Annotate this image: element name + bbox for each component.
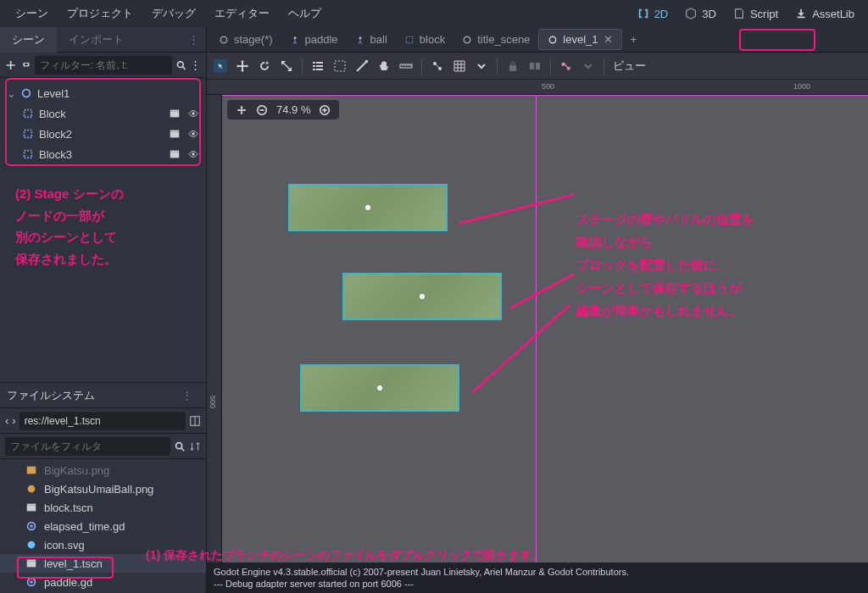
visibility-icon[interactable] [187,128,199,140]
doc-tab-ball[interactable]: ball [347,30,396,49]
svg-rect-19 [27,561,36,567]
viewport-block-2[interactable] [342,273,502,320]
collapse-icon[interactable]: ⌄ [7,87,15,100]
svg-point-27 [550,36,557,43]
view-3d-button[interactable]: 3D [678,4,723,24]
viewport-2d[interactable]: 74.9 % [222,95,868,563]
snap-options-icon[interactable] [475,59,488,73]
center-view-icon[interactable] [236,104,248,116]
fs-file-row[interactable]: elapsed_time.gd [0,517,206,535]
bone-icon[interactable] [559,59,573,73]
area-icon [404,35,415,45]
fs-filter-input[interactable] [5,437,170,456]
zoom-level[interactable]: 74.9 % [276,103,310,116]
link-icon[interactable] [19,59,31,71]
annotation-right: ステージの壁やパドルの位置を 確認しながら ブロックを配置した後に、 シーンとし… [576,208,831,322]
zoom-out-icon[interactable] [256,104,268,116]
viewport-block-1[interactable] [288,184,448,231]
sort-icon[interactable] [189,441,201,452]
svg-rect-25 [406,36,413,43]
node-icon [548,35,558,45]
doc-tab-title-scene[interactable]: title_scene [453,30,538,49]
scene-file-icon [25,557,37,569]
doc-tab-block[interactable]: block [396,30,453,49]
visibility-icon[interactable] [187,108,199,119]
zoom-in-icon[interactable] [319,104,331,116]
pivot-tool-icon[interactable] [355,59,369,73]
svg-point-18 [28,541,36,549]
gdscript-file-icon [25,576,37,588]
doc-tab-stage[interactable]: stage(*) [210,30,281,49]
scene-filter-input[interactable] [35,56,172,75]
svg-point-17 [30,524,33,528]
view-script-button[interactable]: Script [726,4,785,24]
menu-help[interactable]: ヘルプ [280,1,330,26]
menu-editor[interactable]: エディター [206,1,278,26]
ruler-horizontal: 500 1000 [207,80,868,95]
bone-options-icon[interactable] [581,59,595,73]
grid-snap-icon[interactable] [453,59,466,73]
tree-node-block3[interactable]: Block3 [0,144,206,164]
view-menu-label[interactable]: ビュー [613,58,646,74]
lock-icon[interactable] [506,59,520,73]
fs-file-row[interactable]: BigKatsuUmaiBall.png [0,479,206,498]
svg-rect-33 [316,69,323,70]
close-tab-icon[interactable]: ✕ [604,33,613,46]
ruler-tool-icon[interactable] [399,59,413,73]
menu-project[interactable]: プロジェクト [58,1,142,26]
callout-line [459,193,576,224]
fs-path[interactable]: res://level_1.tscn [19,412,186,430]
group-icon[interactable] [528,59,542,73]
scene-more-icon[interactable]: ⋮ [190,58,201,71]
output-panel: Godot Engine v4.3.stable.official (c) 20… [207,563,868,593]
visibility-icon[interactable] [187,148,199,160]
view-2d-button[interactable]: 2D [631,4,676,24]
doc-tab-paddle[interactable]: paddle [281,30,347,49]
scale-tool-icon[interactable] [280,59,293,73]
clapper-icon[interactable] [169,108,181,119]
gdscript-file-icon [25,520,37,532]
scene-file-icon [25,502,37,513]
import-tab[interactable]: インポート [57,27,136,53]
viewport-block-3[interactable] [300,364,459,412]
rotate-tool-icon[interactable] [258,59,271,73]
editor-toolbar: ビュー [207,53,868,80]
menubar: シーン プロジェクト デバッグ エディター ヘルプ 2D 3D Script A… [0,0,868,27]
fs-file-row[interactable]: block.tscn [0,498,206,517]
svg-rect-28 [313,62,315,64]
left-panel: シーン インポート ⋮ ⋮ ⌄ Level1 Block [0,27,207,593]
search-icon[interactable] [174,441,186,452]
lock-tool-icon[interactable] [333,59,347,73]
svg-rect-31 [316,65,323,67]
tree-node-block2[interactable]: Block2 [0,124,206,144]
menu-scene[interactable]: シーン [7,1,57,26]
list-select-icon[interactable] [311,59,325,73]
svg-rect-38 [509,65,516,71]
fs-file-row[interactable]: BigKatsu.png [0,461,206,479]
add-tab-icon[interactable]: + [622,33,646,46]
select-tool-icon[interactable] [214,59,227,73]
svg-point-24 [359,36,361,39]
panel-menu-icon[interactable]: ⋮ [181,33,206,46]
tree-node-block[interactable]: Block [0,103,206,124]
snap-toggle-icon[interactable] [431,59,444,73]
clapper-icon[interactable] [169,148,181,160]
nav-forward-icon[interactable]: › [12,414,15,427]
add-node-icon[interactable] [5,59,16,71]
nav-back-icon[interactable]: ‹ [5,414,8,427]
pan-tool-icon[interactable] [377,59,391,73]
svg-point-0 [177,61,183,67]
split-view-icon[interactable] [189,415,201,427]
doc-tab-level1[interactable]: level_1✕ [538,29,621,50]
scene-tab[interactable]: シーン [0,27,57,53]
instance-icon [22,108,34,119]
search-icon[interactable] [175,59,186,71]
move-tool-icon[interactable] [236,59,249,73]
fs-menu-icon[interactable]: ⋮ [175,389,199,402]
view-assetlib-button[interactable]: AssetLib [788,4,861,24]
tree-root-level1[interactable]: ⌄ Level1 [0,83,206,103]
menu-debug[interactable]: デバッグ [143,1,204,26]
image-file-icon [25,483,37,495]
fs-file-row[interactable]: paddle.gd [0,573,206,591]
clapper-icon[interactable] [169,128,181,140]
